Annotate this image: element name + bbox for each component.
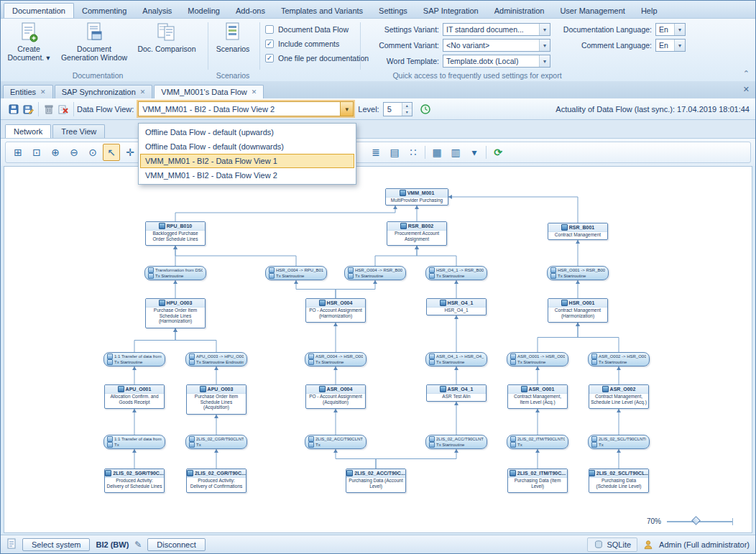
node-T6[interactable]: 1:1 Transfer of data from APU...Tx Start… (103, 352, 165, 366)
comment-variant-combo[interactable]: <No variant>▾ (443, 39, 550, 52)
sync-time-clock-icon[interactable] (418, 102, 433, 116)
node-RPU_B010[interactable]: RPU_B010Backlogged PurchaseOrder Schedul… (145, 221, 206, 246)
ribbon-tab-modeling[interactable]: Modeling (180, 4, 228, 18)
chart-export-icon[interactable]: ▥ (447, 144, 464, 161)
node-T17[interactable]: 2LIS_02_SCL/T90CLNT090...Tx (588, 435, 650, 449)
doc-comparison-button[interactable]: Doc. Comparison (136, 22, 198, 53)
doc-tab-sap-synchronization[interactable]: SAP Synchronization✕ (55, 85, 153, 98)
create-document-button[interactable]: Create Document. ▾ (5, 22, 52, 62)
node-T11[interactable]: ASR_O002 -> HSR_O001Tx Startroutine (588, 352, 650, 366)
ribbon-tab-analysis[interactable]: Analysis (134, 4, 180, 18)
chevron-down-icon[interactable]: ▾ (539, 55, 550, 67)
zoom-reset-icon[interactable]: ⊙ (84, 144, 101, 161)
node-T5[interactable]: HSR_O001 -> RSR_B001Tx Startroutine (547, 266, 609, 280)
node-ASR_O001[interactable]: ASR_O001Contract Management,Item Level (… (507, 384, 568, 409)
node-T8[interactable]: ASR_O004 -> HSR_O004Tx Startroutine (305, 352, 367, 366)
ribbon-tab-add-ons[interactable]: Add-ons (228, 4, 273, 18)
tab-close-icon[interactable]: ✕ (252, 88, 257, 96)
dropdown-option-vmm-mm01-bi2-data-flow-view-1[interactable]: VMM_MM01 - BI2 - Data Flow View 1 (140, 154, 354, 168)
node-T14[interactable]: 2LIS_02_ACC/T90CLNT090 ->...Tx (305, 435, 367, 449)
fit-content-icon[interactable]: ⊞ (9, 144, 27, 161)
word-template-combo[interactable]: Template.dotx (Local)▾ (443, 55, 550, 68)
layers-icon[interactable]: ≣ (367, 144, 384, 161)
node-DS_ACC[interactable]: 2LIS_02_ACC/T90C...Purchasing Data (Acco… (346, 468, 406, 493)
zoom-slider-thumb[interactable] (691, 516, 701, 525)
ribbon-tab-help[interactable]: Help (633, 4, 665, 18)
chevron-down-icon[interactable]: ▾ (674, 24, 685, 35)
table-view-icon[interactable]: ▦ (428, 144, 446, 161)
node-T4[interactable]: HSR_O4_1 -> RSR_B002Tx Startroutine (425, 266, 487, 280)
node-T15[interactable]: 2LIS_02_ACC/T90CLNT090 ->...Tx Startrout… (425, 435, 487, 449)
zoom-in-icon[interactable]: ⊕ (47, 144, 64, 161)
database-chip[interactable]: SQLite (587, 537, 637, 552)
node-T10[interactable]: ASR_O001 -> HSR_O001Tx Startroutine (507, 352, 568, 366)
delete-icon[interactable] (42, 102, 56, 116)
node-T7[interactable]: APU_O003 -> HPU_O003Tx Startroutine Endr… (185, 352, 247, 366)
ribbon-tab-sap-integration[interactable]: SAP Integration (415, 4, 487, 18)
node-ASR_O002[interactable]: ASR_O002Contract Management,Schedule Lin… (589, 384, 649, 409)
data-flow-canvas[interactable]: VMM_M001MultiProvider PurchasingRPU_B010… (4, 166, 752, 533)
scenarios-button[interactable]: Scenarios (212, 22, 254, 53)
node-HSR_O4_1[interactable]: HSR_O4_1HSR_O4_1 (426, 298, 487, 315)
dropdown-option-offline-data-flow-default-downwards[interactable]: Offline Data Flow - default (downwards) (140, 139, 354, 154)
spin-down-icon[interactable]: ▾ (402, 109, 412, 116)
chevron-down-icon[interactable]: ▾ (674, 40, 685, 51)
ribbon-tab-commenting[interactable]: Commenting (74, 4, 134, 18)
level-stepper[interactable]: 5 ▴ ▾ (383, 102, 412, 116)
checkbox-document-data-flow[interactable]: Document Data Flow (265, 25, 369, 34)
pan-hand-icon[interactable]: ✛ (121, 144, 139, 161)
tab-close-icon[interactable]: ✕ (40, 88, 46, 96)
checkbox-checked-icon[interactable]: ✓ (265, 40, 274, 48)
node-RSR_B002[interactable]: RSR_B002Procurement AccountAssignment (387, 221, 447, 246)
node-HSR_O001[interactable]: HSR_O001Contract Management(Harmonizatio… (548, 298, 608, 323)
checkbox-include-comments[interactable]: ✓Include comments (265, 40, 369, 48)
zoom-out-icon[interactable]: ⊖ (65, 144, 83, 161)
dropdown-option-vmm-mm01-bi2-data-flow-view-2[interactable]: VMM_MM01 - BI2 - Data Flow View 2 (140, 168, 354, 183)
node-DS_CGR[interactable]: 2LIS_02_CGR/T90C...Produced Activity:Del… (186, 468, 246, 493)
data-flow-view-combo[interactable]: VMM_MM01 - BI2 - Data Flow View 2 ▾ (138, 101, 354, 116)
node-ASR_O004[interactable]: ASR_O004PO - Account Assignment(Acquisit… (305, 384, 366, 409)
node-T12[interactable]: 1:1 Transfer of data from 2LIS...Tx (103, 435, 165, 449)
node-HPU_O003[interactable]: HPU_O003Purchase Order ItemSchedule Line… (145, 298, 206, 328)
node-DS_SCL[interactable]: 2LIS_02_SCL/T90CL...Purchasing Data(Sche… (589, 468, 649, 493)
checkbox-unchecked-icon[interactable] (265, 25, 274, 34)
spin-up-icon[interactable]: ▴ (402, 103, 412, 109)
node-APU_O001[interactable]: APU_O001Allocation Confirm. andGoods Rec… (104, 384, 165, 409)
node-T1[interactable]: Transformation from DSO HP...Tx Startrou… (144, 266, 206, 280)
ribbon-tab-documentation[interactable]: Documentation (4, 3, 74, 18)
overview-window-icon[interactable]: ⊡ (28, 144, 45, 161)
save-icon[interactable] (6, 102, 21, 116)
checkbox-checked-icon[interactable]: ✓ (265, 54, 274, 63)
document-generation-window-button[interactable]: Document Generation Window (60, 22, 129, 62)
node-T9[interactable]: ASR_O4_1 -> HSR_O4_1Tx Startroutine (425, 352, 487, 366)
node-ASR_O4_1[interactable]: ASR_O4_1ASR Test Alin (426, 384, 487, 402)
refresh-icon[interactable]: ⟳ (489, 144, 507, 161)
node-T16[interactable]: 2LIS_02_ITM/T90CLNT090 ->...Tx (507, 435, 568, 449)
checkbox-one-file-per-documentation[interactable]: ✓One file per documentation (265, 54, 369, 63)
tab-close-icon[interactable]: ✕ (140, 88, 146, 96)
ribbon-tab-templates-and-variants[interactable]: Templates and Variants (273, 4, 371, 18)
zoom-slider[interactable] (667, 521, 733, 522)
chevron-down-icon[interactable]: ▾ (539, 24, 550, 35)
doc-tab-vmm-m001-s-data-flow[interactable]: VMM_M001's Data Flow✕ (154, 85, 264, 98)
settings-variant-combo[interactable]: IT standard documen...▾ (443, 23, 550, 36)
pointer-select-icon[interactable]: ↖ (103, 144, 120, 161)
grid-dots-icon[interactable]: ∷ (405, 144, 422, 161)
node-T3[interactable]: HSR_O004 -> RSR_B002Tx Startroutine (344, 266, 406, 280)
collapse-ribbon-icon[interactable]: ⌃ (743, 69, 750, 78)
node-VMM[interactable]: VMM_M001MultiProvider Purchasing (385, 188, 448, 206)
ribbon-tab-settings[interactable]: Settings (371, 4, 415, 18)
node-HSR_O004[interactable]: HSR_O004PO - Account Assignment(Harmoniz… (305, 298, 366, 323)
chevron-down-small-icon[interactable]: ▾ (466, 144, 483, 161)
node-T2[interactable]: HSR_O004 -> RPU_B010Tx Startroutine (265, 266, 327, 280)
combo-chevron-down-icon[interactable]: ▾ (340, 102, 353, 116)
remove-data-flow-icon[interactable] (56, 102, 70, 116)
disconnect-button[interactable]: Disconnect (147, 538, 205, 551)
node-DS_SGR[interactable]: 2LIS_02_SGR/T90C...Produced Activity:Del… (104, 468, 165, 493)
node-T13[interactable]: 2LIS_02_CGR/T90CLNT090 ->...Tx (185, 435, 247, 449)
view-tab-network[interactable]: Network (5, 124, 51, 138)
node-DS_ITM[interactable]: 2LIS_02_ITM/T90C...Purchasing Data (Item… (507, 468, 568, 493)
documentation-language-combo[interactable]: En▾ (655, 23, 686, 36)
view-tab-tree-view[interactable]: Tree View (52, 124, 105, 138)
layout-stack-icon[interactable]: ▤ (386, 144, 403, 161)
